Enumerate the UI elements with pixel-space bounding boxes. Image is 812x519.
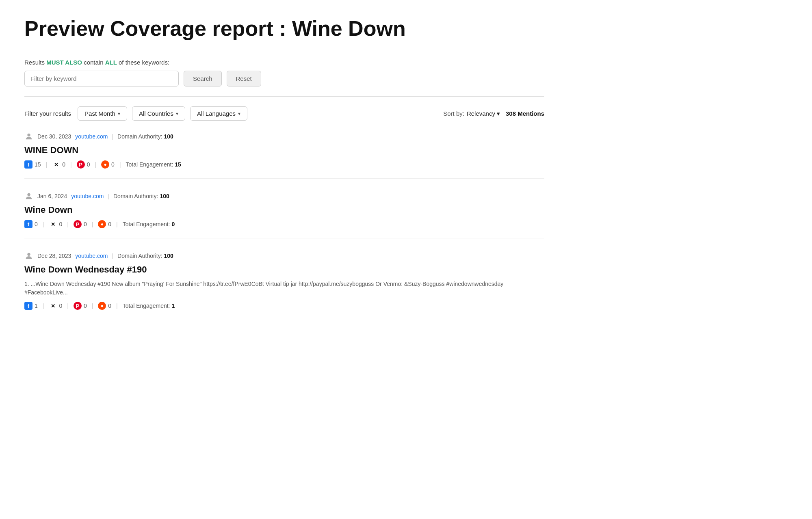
domain-authority: Domain Authority: 100: [117, 133, 173, 140]
pinterest-icon: P: [74, 220, 82, 228]
svg-point-0: [27, 134, 30, 136]
filter-divider: [24, 96, 544, 97]
result-date: Dec 30, 2023: [37, 133, 71, 140]
reddit-icon: ●: [98, 220, 106, 228]
keyword-filter-label: Results MUST ALSO contain ALL of these k…: [24, 59, 544, 66]
all-text: ALL: [105, 59, 117, 66]
engagement-row: f 15 | ✕ 0 | P 0 | ● 0 | Total Engagemen…: [24, 160, 544, 169]
total-engagement: Total Engagement: 0: [123, 221, 175, 227]
result-domain-link[interactable]: youtube.com: [75, 253, 108, 259]
reset-button[interactable]: Reset: [227, 71, 261, 86]
facebook-count: f 1: [24, 302, 38, 310]
reddit-icon: ●: [101, 160, 109, 169]
countries-filter-dropdown[interactable]: All Countries ▾: [132, 106, 185, 121]
header-divider: [24, 49, 544, 49]
svg-point-2: [27, 253, 30, 256]
x-value: 0: [62, 161, 65, 168]
avatar-icon: [24, 132, 33, 141]
result-title[interactable]: WINE DOWN: [24, 145, 544, 156]
label-suffix: of these keywords:: [117, 59, 169, 66]
keyword-input[interactable]: [24, 71, 179, 86]
facebook-icon: f: [24, 220, 32, 228]
result-date: Jan 6, 2024: [37, 193, 67, 199]
result-item: Dec 30, 2023 youtube.com | Domain Author…: [24, 132, 544, 179]
reddit-value: 0: [108, 303, 111, 309]
result-item: Jan 6, 2024 youtube.com | Domain Authori…: [24, 192, 544, 238]
reddit-count: ● 0: [98, 302, 111, 310]
pinterest-value: 0: [87, 161, 90, 168]
filter-row: Filter your results Past Month ▾ All Cou…: [24, 106, 544, 121]
pinterest-icon: P: [74, 302, 82, 310]
avatar-icon: [24, 251, 33, 260]
results-list: Dec 30, 2023 youtube.com | Domain Author…: [24, 132, 544, 320]
x-icon: ✕: [49, 302, 57, 310]
reddit-value: 0: [111, 161, 115, 168]
meta-separator: |: [112, 133, 113, 140]
x-value: 0: [59, 221, 62, 227]
facebook-value: 0: [35, 221, 38, 227]
pinterest-count: P 0: [74, 302, 87, 310]
facebook-icon: f: [24, 160, 32, 169]
facebook-value: 1: [35, 303, 38, 309]
engagement-row: f 0 | ✕ 0 | P 0 | ● 0 | Total Engagement…: [24, 220, 544, 228]
x-value: 0: [59, 303, 62, 309]
reddit-count: ● 0: [101, 160, 115, 169]
meta-separator: |: [108, 193, 109, 199]
x-icon: ✕: [49, 220, 57, 228]
contain-text: contain: [82, 59, 105, 66]
pinterest-value: 0: [84, 221, 87, 227]
countries-filter-value: All Countries: [139, 110, 173, 117]
result-meta-2: Dec 28, 2023 youtube.com | Domain Author…: [24, 251, 544, 260]
result-item: Dec 28, 2023 youtube.com | Domain Author…: [24, 251, 544, 320]
total-engagement: Total Engagement: 1: [123, 303, 175, 309]
x-count: ✕ 0: [49, 302, 62, 310]
reddit-value: 0: [108, 221, 111, 227]
sort-value-dropdown[interactable]: Relevancy ▾: [467, 110, 500, 117]
sort-chevron-icon: ▾: [497, 110, 500, 117]
page-title: Preview Coverage report : Wine Down: [24, 16, 544, 41]
result-date: Dec 28, 2023: [37, 253, 71, 259]
facebook-count: f 0: [24, 220, 38, 228]
result-domain-link[interactable]: youtube.com: [71, 193, 104, 199]
languages-filter-value: All Languages: [197, 110, 236, 117]
must-also-text: MUST ALSO: [46, 59, 82, 66]
languages-filter-dropdown[interactable]: All Languages ▾: [190, 106, 247, 121]
result-meta-1: Jan 6, 2024 youtube.com | Domain Authori…: [24, 192, 544, 201]
x-icon: ✕: [52, 160, 60, 169]
sort-by-label: Sort by:: [443, 110, 464, 117]
time-filter-value: Past Month: [84, 110, 115, 117]
domain-authority: Domain Authority: 100: [113, 193, 169, 199]
x-count: ✕ 0: [49, 220, 62, 228]
result-meta-0: Dec 30, 2023 youtube.com | Domain Author…: [24, 132, 544, 141]
result-domain-link[interactable]: youtube.com: [75, 133, 108, 140]
result-excerpt: 1. ...Wine Down Wednesday #190 New album…: [24, 280, 544, 297]
keyword-filter-row: Search Reset: [24, 71, 544, 86]
pinterest-icon: P: [77, 160, 85, 169]
filter-label: Filter your results: [24, 110, 71, 117]
pinterest-count: P 0: [74, 220, 87, 228]
result-title[interactable]: Wine Down: [24, 205, 544, 215]
sort-area: Sort by: Relevancy ▾ 308 Mentions: [443, 110, 544, 117]
mentions-count: 308 Mentions: [506, 110, 544, 117]
facebook-count: f 15: [24, 160, 41, 169]
result-title[interactable]: Wine Down Wednesday #190: [24, 264, 544, 275]
sort-by-value: Relevancy: [467, 110, 495, 117]
reddit-count: ● 0: [98, 220, 111, 228]
meta-separator: |: [112, 253, 113, 259]
x-count: ✕ 0: [52, 160, 65, 169]
pinterest-value: 0: [84, 303, 87, 309]
pinterest-count: P 0: [77, 160, 90, 169]
avatar-icon: [24, 192, 33, 201]
time-filter-chevron-icon: ▾: [118, 111, 120, 117]
svg-point-1: [27, 193, 30, 196]
time-filter-dropdown[interactable]: Past Month ▾: [78, 106, 127, 121]
engagement-row: f 1 | ✕ 0 | P 0 | ● 0 | Total Engagement…: [24, 302, 544, 310]
label-prefix: Results: [24, 59, 46, 66]
facebook-value: 15: [35, 161, 41, 168]
facebook-icon: f: [24, 302, 32, 310]
reddit-icon: ●: [98, 302, 106, 310]
search-button[interactable]: Search: [184, 71, 222, 86]
domain-authority: Domain Authority: 100: [117, 253, 173, 259]
countries-filter-chevron-icon: ▾: [176, 111, 178, 117]
total-engagement: Total Engagement: 15: [126, 161, 181, 168]
